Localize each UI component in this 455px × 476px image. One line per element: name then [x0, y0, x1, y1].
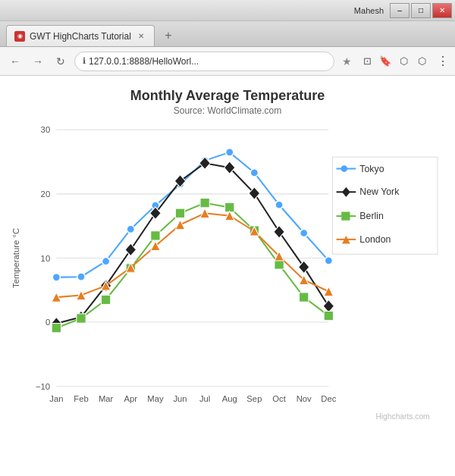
maximize-button[interactable]: □: [411, 3, 431, 18]
svg-rect-49: [101, 295, 110, 304]
svg-rect-53: [200, 199, 209, 208]
svg-text:Feb: Feb: [74, 394, 88, 403]
svg-point-26: [127, 225, 134, 233]
refresh-button[interactable]: ↻: [52, 52, 70, 70]
london-line: [56, 213, 328, 297]
username-label: Mahesh: [354, 6, 384, 15]
svg-rect-57: [300, 293, 309, 302]
newyork-line: [56, 163, 328, 324]
svg-point-33: [300, 229, 308, 236]
bookmark-button[interactable]: ★: [342, 55, 352, 67]
page-content: Monthly Average Temperature Source: Worl…: [0, 76, 455, 476]
svg-text:Highcharts.com: Highcharts.com: [375, 412, 429, 421]
extension-icon-1[interactable]: ⊡: [359, 54, 375, 69]
extension-icon-4[interactable]: ⬡: [414, 54, 429, 69]
svg-text:New York: New York: [359, 186, 400, 197]
extension-icon-2[interactable]: 🔖: [378, 54, 393, 69]
svg-point-31: [250, 169, 258, 177]
chart-svg: 30 20 10 0 −10 Temperature °C Jan Feb Ma…: [8, 122, 447, 425]
svg-point-23: [52, 274, 60, 281]
svg-point-32: [275, 201, 283, 208]
close-button[interactable]: ✕: [432, 3, 452, 18]
svg-point-25: [102, 258, 109, 265]
url-text: 127.0.0.1:8888/HelloWorl...: [89, 56, 199, 67]
back-button[interactable]: ←: [6, 52, 24, 70]
svg-text:Dec: Dec: [321, 394, 336, 403]
svg-rect-52: [175, 208, 184, 218]
svg-text:May: May: [147, 394, 164, 403]
browser-tab[interactable]: ◉ GWT HighCharts Tutorial ✕: [6, 25, 155, 46]
tab-bar: ◉ GWT HighCharts Tutorial ✕ +: [0, 21, 455, 47]
minimize-button[interactable]: –: [390, 3, 410, 18]
svg-text:10: 10: [41, 254, 51, 263]
chart-title: Monthly Average Temperature: [8, 88, 447, 104]
svg-text:Tokyo: Tokyo: [359, 164, 384, 174]
svg-text:20: 20: [41, 189, 51, 199]
svg-text:Nov: Nov: [297, 394, 312, 403]
svg-text:London: London: [359, 234, 391, 245]
tab-close-button[interactable]: ✕: [136, 31, 146, 42]
url-bar[interactable]: ℹ 127.0.0.1:8888/HelloWorl...: [74, 52, 334, 71]
svg-text:Sep: Sep: [246, 394, 262, 403]
tokyo-line: [56, 152, 328, 277]
svg-rect-47: [52, 324, 61, 333]
chart-subtitle: Source: WorldClimate.com: [8, 105, 447, 116]
chart-area: 30 20 10 0 −10 Temperature °C Jan Feb Ma…: [8, 122, 447, 425]
extension-icon-3[interactable]: ⬡: [396, 54, 411, 69]
svg-rect-51: [151, 231, 160, 240]
new-tab-button[interactable]: +: [158, 25, 179, 46]
title-bar: Mahesh – □ ✕: [0, 0, 455, 21]
svg-text:Mar: Mar: [99, 394, 114, 403]
svg-text:0: 0: [46, 318, 50, 327]
window-controls: – □ ✕: [390, 3, 452, 18]
svg-rect-48: [77, 314, 86, 323]
svg-text:Jan: Jan: [49, 394, 63, 403]
toolbar-icons: ⊡ 🔖 ⬡ ⬡: [359, 54, 429, 69]
svg-text:Aug: Aug: [222, 394, 237, 403]
svg-marker-64: [175, 220, 184, 229]
svg-text:Jun: Jun: [173, 394, 187, 403]
chrome-menu-button[interactable]: ⋮: [437, 54, 449, 68]
svg-rect-56: [275, 260, 284, 269]
forward-button[interactable]: →: [29, 52, 47, 70]
tab-title: GWT HighCharts Tutorial: [30, 31, 131, 42]
svg-point-24: [77, 273, 85, 280]
svg-text:30: 30: [41, 125, 51, 134]
svg-text:Temperature °C: Temperature °C: [11, 228, 20, 288]
svg-text:Apr: Apr: [124, 394, 138, 403]
svg-marker-70: [324, 287, 333, 296]
svg-rect-58: [324, 311, 333, 320]
secure-icon: ℹ: [83, 56, 86, 66]
svg-text:Jul: Jul: [199, 394, 210, 403]
tab-favicon: ◉: [14, 31, 25, 42]
svg-point-30: [226, 149, 234, 156]
svg-text:Oct: Oct: [272, 394, 286, 403]
svg-marker-46: [323, 300, 334, 312]
address-bar: ← → ↻ ℹ 127.0.0.1:8888/HelloWorl... ★ ⊡ …: [0, 47, 455, 76]
svg-point-34: [325, 257, 332, 265]
svg-text:Berlin: Berlin: [359, 211, 384, 221]
svg-text:−10: −10: [36, 382, 50, 391]
